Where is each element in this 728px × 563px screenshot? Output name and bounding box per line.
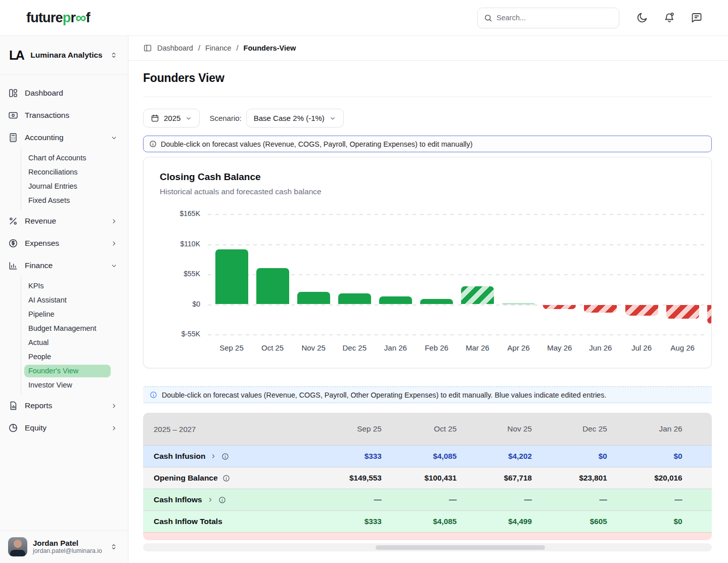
search-input[interactable] <box>496 14 613 22</box>
cell-cash-infusion-jan-26[interactable]: $0 <box>619 452 695 461</box>
table-column-header-dec-25: Dec 25 <box>544 424 619 434</box>
transactions-icon <box>8 110 18 120</box>
expand-chevron-icon[interactable] <box>210 453 217 460</box>
year-select-value: 2025 <box>164 114 180 122</box>
breadcrumb-item-dashboard[interactable]: Dashboard <box>157 44 193 52</box>
chevron-right-icon <box>110 240 118 247</box>
sidebar-item-equity[interactable]: Equity <box>8 417 118 439</box>
dark-mode-toggle-moon-icon[interactable] <box>636 12 648 24</box>
sidebar-subitem-people[interactable]: People <box>24 351 111 363</box>
app-logo: futurepr∞f <box>26 9 90 26</box>
sidebar-subitem-pipeline[interactable]: Pipeline <box>24 308 111 321</box>
sidebar-subitem-budget-management[interactable]: Budget Management <box>24 322 111 335</box>
sidebar-toggle-panel-icon[interactable] <box>143 44 152 53</box>
sidebar-item-transactions[interactable]: Transactions <box>8 104 118 126</box>
sidebar-item-reports[interactable]: Reports <box>8 395 118 417</box>
chevron-down-icon <box>329 115 336 122</box>
main-content: Dashboard / Finance / Founders-View Foun… <box>128 36 728 563</box>
row-label-text: Cash Inflow Totals <box>154 517 222 526</box>
sidebar-subnav: KPIsAI AssistantPipelineBudget Managemen… <box>21 277 118 395</box>
breadcrumb-item-finance[interactable]: Finance <box>205 44 232 52</box>
x-axis-tick: Oct 25 <box>250 343 295 352</box>
sidebar-subitem-kpis[interactable]: KPIs <box>24 280 111 292</box>
expand-chevron-icon[interactable] <box>207 496 214 503</box>
workspace-switcher[interactable]: LA Luminara Analytics <box>0 36 128 75</box>
cell-cash-inflow-totals-sep-25: $333 <box>318 517 394 526</box>
edit-hint-text: Double-click on forecast values (Revenue… <box>161 140 473 148</box>
sidebar-subitem-fixed-assets[interactable]: Fixed Assets <box>24 194 111 207</box>
cell-cash-infusion-dec-25[interactable]: $0 <box>544 452 619 461</box>
notifications-bell-icon[interactable] <box>663 12 675 24</box>
chart-gridline <box>208 214 705 215</box>
cell-cash-infusion-nov-25[interactable]: $4,202 <box>469 452 544 461</box>
reports-icon <box>8 401 18 411</box>
sidebar-subitem-journal-entries[interactable]: Journal Entries <box>24 180 111 193</box>
chart-gridline <box>208 334 705 335</box>
expenses-icon <box>8 238 18 248</box>
x-axis-tick: Dec 25 <box>332 343 377 352</box>
chevron-updown-icon <box>110 51 118 59</box>
year-select[interactable]: 2025 <box>143 109 200 127</box>
chart-plot: $165K$110K$55K$0$-55KSep 25Oct 25Nov 25D… <box>160 214 711 334</box>
chevron-updown-icon <box>110 543 118 551</box>
sidebar-subitem-reconciliations[interactable]: Reconciliations <box>24 166 111 179</box>
chart-gridline <box>208 244 705 245</box>
finance-icon <box>8 261 18 271</box>
chevron-right-icon <box>110 218 118 225</box>
row-label-text: Cash Inflows <box>154 495 202 504</box>
workspace-name: Luminara Analytics <box>30 51 110 60</box>
logo-segment: p <box>63 10 71 25</box>
x-axis-tick: Jul 26 <box>619 343 664 352</box>
logo-segment: future <box>26 10 63 25</box>
sidebar-subitem-actual[interactable]: Actual <box>24 336 111 349</box>
sidebar-item-revenue[interactable]: Revenue <box>8 210 118 232</box>
page-title: Founders View <box>143 71 712 85</box>
user-email: jordan.patel@luminara.io <box>33 547 102 555</box>
chart-bar-jul-26 <box>625 305 658 316</box>
cell-cash-inflows-dec-25: — <box>544 495 619 504</box>
row-label-cash-inflows[interactable]: Cash Inflows <box>143 495 318 504</box>
row-label-cash-infusion[interactable]: Cash Infusion <box>143 452 318 461</box>
sidebar-item-expenses[interactable]: Expenses <box>8 232 118 254</box>
table-hint-text: Double-click on forecast values (Revenue… <box>162 391 606 399</box>
row-label-opening-balance: Opening Balance <box>143 473 318 483</box>
dashboard-icon <box>8 88 18 98</box>
x-axis-tick: Nov 25 <box>291 343 336 352</box>
cell-cash-infusion-sep-25[interactable]: $333 <box>318 452 394 461</box>
sidebar-subitem-chart-of-accounts[interactable]: Chart of Accounts <box>24 152 111 164</box>
row-info-icon[interactable] <box>218 496 226 504</box>
controls-row: 2025 Scenario: Base Case 2% (-1%) <box>143 109 712 127</box>
chart-subtitle: Historical actuals and forecasted cash b… <box>160 187 695 196</box>
row-info-icon[interactable] <box>221 453 229 460</box>
chart-bar-aug-26 <box>666 305 699 319</box>
sidebar-subitem-investor-view[interactable]: Investor View <box>24 379 111 392</box>
chevron-right-icon <box>110 402 118 410</box>
breadcrumb: Dashboard / Finance / Founders-View <box>128 36 728 61</box>
table-scrollbar-thumb[interactable] <box>376 545 545 550</box>
sidebar-subitem-founder-s-view[interactable]: Founder's View <box>24 365 111 377</box>
sidebar-item-finance[interactable]: Finance <box>8 254 118 277</box>
table-scrollbar-track[interactable] <box>143 543 712 551</box>
table-column-header-jan-26: Jan 26 <box>619 424 695 434</box>
user-menu[interactable]: Jordan Patel jordan.patel@luminara.io <box>0 530 128 563</box>
scenario-label: Scenario: <box>209 114 241 122</box>
scenario-select[interactable]: Base Case 2% (-1%) <box>246 109 344 127</box>
search-box[interactable] <box>477 8 619 28</box>
cell-cash-inflow-totals-dec-25: $605 <box>544 517 619 526</box>
feedback-chat-icon[interactable] <box>691 12 703 24</box>
sidebar-item-accounting[interactable]: Accounting <box>8 126 118 149</box>
row-info-icon[interactable] <box>222 474 230 482</box>
top-icons <box>636 12 703 24</box>
sidebar-subitem-ai-assistant[interactable]: AI Assistant <box>24 294 111 307</box>
x-axis-tick: Feb 26 <box>414 343 460 352</box>
sidebar-item-dashboard[interactable]: Dashboard <box>8 82 118 104</box>
cell-opening-balance-nov-25: $67,718 <box>469 473 544 483</box>
table-row-opening-balance: Opening Balance$149,553$100,431$67,718$2… <box>143 467 712 489</box>
table-row-cash-inflow-totals: Cash Inflow Totals$333$4,085$4,499$605$0 <box>143 510 712 532</box>
sidebar-item-label: Dashboard <box>25 89 63 98</box>
chevron-down-icon <box>110 262 118 270</box>
x-axis-tick: Mar 26 <box>455 343 500 352</box>
cell-cash-infusion-oct-25[interactable]: $4,085 <box>394 452 469 461</box>
y-axis-tick: $0 <box>160 300 200 308</box>
x-axis-tick: Aug 26 <box>660 343 705 352</box>
